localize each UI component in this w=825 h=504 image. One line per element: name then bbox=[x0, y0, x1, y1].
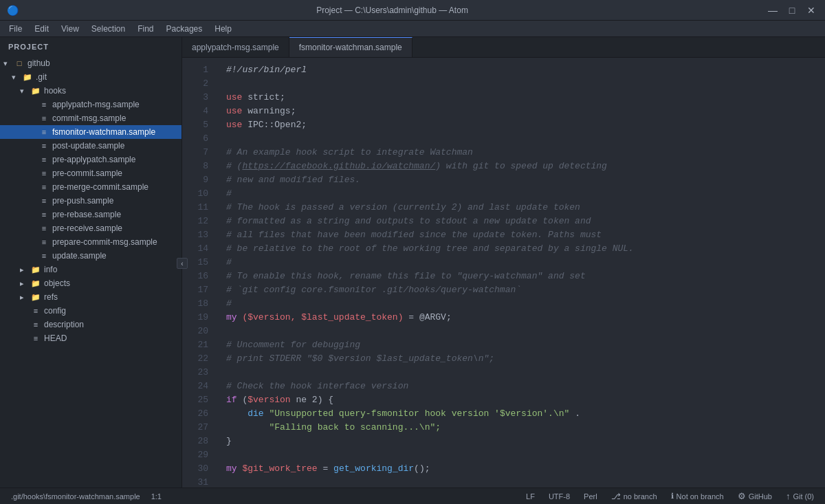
folder-icon: 📁 bbox=[30, 85, 41, 96]
file-spacer bbox=[16, 319, 28, 330]
tree-item-commit-msg.sample[interactable]: ≡commit-msg.sample bbox=[0, 111, 182, 125]
tree-label: config bbox=[44, 306, 66, 316]
code-line: use warnings; bbox=[226, 105, 825, 118]
tree-item-pre-applypatch.sample[interactable]: ≡pre-applypatch.sample bbox=[0, 153, 182, 166]
code-line: # An example hook script to integrate Wa… bbox=[226, 146, 825, 160]
github-text: GitHub bbox=[749, 492, 772, 501]
file-spacer bbox=[25, 140, 36, 151]
line-number: 25 bbox=[182, 393, 215, 407]
line-number: 1 bbox=[182, 63, 215, 77]
status-language[interactable]: Perl bbox=[578, 488, 603, 505]
code-line: # bbox=[226, 256, 825, 270]
line-number: 31 bbox=[182, 476, 215, 487]
file-spacer bbox=[16, 305, 28, 316]
tree-item-update.sample[interactable]: ≡update.sample bbox=[0, 249, 182, 263]
tree-label: update.sample bbox=[52, 251, 107, 261]
code-line: # Check the hook interface version bbox=[226, 380, 825, 393]
line-number: 5 bbox=[182, 118, 215, 132]
file-spacer bbox=[16, 333, 28, 344]
tab-applypatch[interactable]: applypatch-msg.sample bbox=[182, 37, 289, 57]
code-editor[interactable]: 1234567891011121314151617181920212223242… bbox=[182, 58, 825, 487]
status-git[interactable]: ↑ Git (0) bbox=[780, 488, 820, 505]
tree-item-pre-commit.sample[interactable]: ≡pre-commit.sample bbox=[0, 166, 182, 180]
file-icon: ≡ bbox=[30, 319, 41, 330]
tree-label: hooks bbox=[44, 86, 66, 96]
file-spacer bbox=[25, 168, 36, 179]
menu-item-selection[interactable]: Selection bbox=[86, 23, 131, 35]
tree-label: pre-merge-commit.sample bbox=[52, 182, 148, 192]
tree-item-description[interactable]: ≡description bbox=[0, 318, 182, 331]
tree-item-github[interactable]: ▾□github bbox=[0, 56, 182, 70]
line-number: 12 bbox=[182, 215, 215, 228]
maximize-button[interactable]: □ bbox=[785, 3, 799, 17]
file-spacer bbox=[25, 113, 36, 124]
file-icon: ≡ bbox=[38, 223, 50, 234]
status-no-branch[interactable]: ⎇ no branch bbox=[606, 488, 663, 505]
file-icon: ≡ bbox=[30, 305, 41, 316]
tree-item-pre-rebase.sample[interactable]: ≡pre-rebase.sample bbox=[0, 208, 182, 221]
menu-item-packages[interactable]: Packages bbox=[161, 23, 208, 35]
file-spacer bbox=[25, 237, 36, 248]
line-numbers: 1234567891011121314151617181920212223242… bbox=[182, 58, 215, 487]
line-ending-text: LF bbox=[526, 492, 535, 501]
tab-fsmonitor[interactable]: fsmonitor-watchman.sample bbox=[289, 37, 412, 57]
file-icon: ≡ bbox=[38, 250, 50, 261]
menu-item-view[interactable]: View bbox=[56, 23, 85, 35]
folder-icon: 📁 bbox=[30, 264, 41, 275]
git-icon: ↑ bbox=[786, 491, 791, 501]
tree-item-post-update.sample[interactable]: ≡post-update.sample bbox=[0, 139, 182, 153]
sidebar-resize-handle[interactable]: ‹ bbox=[177, 258, 188, 269]
status-github[interactable]: ⚙ GitHub bbox=[732, 488, 778, 505]
tree-item-fsmonitor-watchman.sample[interactable]: ≡fsmonitor-watchman.sample bbox=[0, 125, 182, 139]
code-line bbox=[226, 132, 825, 146]
line-number: 7 bbox=[182, 146, 215, 160]
tree-item-pre-push.sample[interactable]: ≡pre-push.sample bbox=[0, 194, 182, 208]
tree-item-applypatch-msg.sample[interactable]: ≡applypatch-msg.sample bbox=[0, 98, 182, 111]
line-number: 26 bbox=[182, 407, 215, 421]
tree-label: pre-receive.sample bbox=[52, 223, 122, 233]
status-filepath[interactable]: .git/hooks\fsmonitor-watchman.sample bbox=[6, 488, 146, 505]
status-encoding[interactable]: UTF-8 bbox=[543, 488, 575, 505]
tree-label: HEAD bbox=[44, 333, 67, 343]
tree-label: pre-push.sample bbox=[52, 196, 113, 206]
tree-item-git[interactable]: ▾📁.git bbox=[0, 70, 182, 84]
tree-item-info[interactable]: ▸📁info bbox=[0, 263, 182, 276]
chevron-icon: ▾ bbox=[8, 72, 19, 83]
line-number: 24 bbox=[182, 380, 215, 393]
minimize-button[interactable]: — bbox=[766, 3, 780, 17]
code-line: # (https://facebook.github.io/watchman/)… bbox=[226, 160, 825, 173]
close-button[interactable]: ✕ bbox=[804, 3, 818, 17]
menubar: FileEditViewSelectionFindPackagesHelp bbox=[0, 21, 825, 37]
code-line: # all files that have been modified sinc… bbox=[226, 228, 825, 242]
tree-label: commit-msg.sample bbox=[52, 113, 126, 123]
titlebar-icon: 🔵 bbox=[7, 5, 19, 16]
tree-item-objects[interactable]: ▸📁objects bbox=[0, 276, 182, 290]
tree-label: pre-commit.sample bbox=[52, 168, 122, 178]
menu-item-help[interactable]: Help bbox=[209, 23, 237, 35]
file-spacer bbox=[25, 182, 36, 193]
code-line: # To enable this hook, rename this file … bbox=[226, 270, 825, 283]
line-number: 14 bbox=[182, 242, 215, 256]
code-line bbox=[226, 366, 825, 380]
tree-item-HEAD[interactable]: ≡HEAD bbox=[0, 331, 182, 345]
file-spacer bbox=[25, 154, 36, 165]
git-text: Git (0) bbox=[793, 492, 814, 501]
status-line-ending[interactable]: LF bbox=[520, 488, 540, 505]
status-not-on-branch[interactable]: ℹ Not on branch bbox=[666, 488, 729, 505]
code-line: # The hook is passed a version (currentl… bbox=[226, 201, 825, 215]
chevron-icon: ▸ bbox=[16, 264, 28, 275]
code-line bbox=[226, 77, 825, 91]
titlebar-title: Project — C:\Users\admin\github — Atom bbox=[19, 6, 766, 15]
code-line: # bbox=[226, 187, 825, 201]
file-icon: ≡ bbox=[38, 237, 50, 248]
tree-item-config[interactable]: ≡config bbox=[0, 304, 182, 318]
menu-item-find[interactable]: Find bbox=[132, 23, 159, 35]
menu-item-edit[interactable]: Edit bbox=[29, 23, 54, 35]
tree-item-prepare-commit-msg.sample[interactable]: ≡prepare-commit-msg.sample bbox=[0, 235, 182, 249]
status-cursor[interactable]: 1:1 bbox=[146, 488, 167, 505]
tree-item-refs[interactable]: ▸📁refs bbox=[0, 290, 182, 304]
tree-item-hooks[interactable]: ▾📁hooks bbox=[0, 84, 182, 98]
tree-item-pre-merge-commit.sample[interactable]: ≡pre-merge-commit.sample bbox=[0, 180, 182, 194]
menu-item-file[interactable]: File bbox=[3, 23, 28, 35]
tree-item-pre-receive.sample[interactable]: ≡pre-receive.sample bbox=[0, 221, 182, 235]
